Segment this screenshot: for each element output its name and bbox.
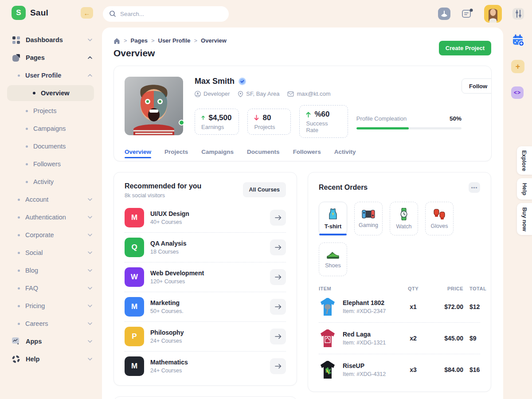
breadcrumb-user-profile[interactable]: User Profile xyxy=(158,37,191,44)
tab-overview[interactable]: Overview xyxy=(125,142,151,161)
code-button[interactable]: <> xyxy=(511,86,524,99)
gloves-icon xyxy=(433,208,446,220)
sidebar-item-careers[interactable]: Careers xyxy=(0,315,101,332)
explore-tab[interactable]: Explore xyxy=(517,146,532,175)
list-item[interactable]: W Web Development 120+ Courses xyxy=(125,262,286,292)
category-gaming[interactable]: Gaming xyxy=(354,202,383,235)
course-title: QA Analysis xyxy=(150,240,186,247)
follow-button[interactable]: Follow xyxy=(462,78,492,94)
table-row[interactable]: Red Laga Item: #XDG-1321 x2 $45.00 $9 xyxy=(319,322,480,354)
table-row[interactable]: Elephant 1802 Item: #XDG-2347 x1 $72.00 … xyxy=(319,291,480,322)
logo-row: S Saul ← xyxy=(0,0,101,26)
trend-up-icon xyxy=(306,112,311,117)
sidebar-item-corporate[interactable]: Corporate xyxy=(0,226,101,244)
sidebar-item-pricing[interactable]: Pricing xyxy=(0,297,101,315)
table-row[interactable]: RiseUP Item: #XDG-4312 x3 $84.00 $16 xyxy=(319,354,480,385)
sidebar-collapse-button[interactable]: ← xyxy=(81,7,93,19)
course-title: Philosophy xyxy=(150,329,184,336)
search-bar[interactable] xyxy=(103,6,229,22)
list-item[interactable]: M UI/UX Design 40+ Courses xyxy=(125,203,286,232)
watch-icon xyxy=(400,208,408,220)
tab-activity[interactable]: Activity xyxy=(334,142,356,161)
arrow-right-icon xyxy=(275,215,282,220)
sidebar-item-campaigns[interactable]: Campaigns xyxy=(0,120,101,137)
tab-followers[interactable]: Followers xyxy=(293,142,321,161)
tab-campaigns[interactable]: Campaigns xyxy=(201,142,234,161)
category-gloves[interactable]: Gloves xyxy=(425,202,454,235)
create-project-button[interactable]: Create Project xyxy=(439,41,491,55)
settings-sliders-button[interactable] xyxy=(512,8,524,20)
stat-projects: 80 Projects xyxy=(247,109,291,135)
tab-projects[interactable]: Projects xyxy=(164,142,188,161)
home-icon[interactable] xyxy=(113,38,120,44)
bullet-icon xyxy=(18,305,20,307)
messages-button[interactable] xyxy=(461,8,473,20)
sidebar-item-account[interactable]: Account xyxy=(0,191,101,208)
sidebar-item-faq[interactable]: FAQ xyxy=(0,279,101,297)
sidebar-item-authentication[interactable]: Authentication xyxy=(0,208,101,226)
order-total: $16 xyxy=(463,366,491,373)
sidebar-item-help[interactable]: Help xyxy=(0,350,101,368)
list-item[interactable]: Q QA Analysis 18 Courses xyxy=(125,232,286,262)
profile-card: Max Smith Developer SF, Bay Area xyxy=(113,66,492,161)
theme-toggle-button[interactable] xyxy=(438,8,450,20)
order-price: $84.00 xyxy=(426,366,463,373)
bullet-icon xyxy=(26,128,28,130)
arrow-right-button[interactable] xyxy=(270,239,286,255)
tab-documents[interactable]: Documents xyxy=(247,142,280,161)
sidebar-item-blog[interactable]: Blog xyxy=(0,262,101,279)
sidebar-item-user-profile[interactable]: User Profile xyxy=(0,66,101,84)
arrow-right-button[interactable] xyxy=(270,329,286,344)
course-title: Mathematics xyxy=(150,359,188,366)
order-qty: x1 xyxy=(400,303,426,310)
sidebar-item-social[interactable]: Social xyxy=(0,244,101,262)
bullet-icon xyxy=(26,163,28,165)
sidebar-item-overview[interactable]: Overview xyxy=(7,85,94,101)
buy-now-tab[interactable]: Buy now xyxy=(517,203,532,235)
order-name: Red Laga xyxy=(343,331,386,338)
leading-teams-card: Lading Teams 8k social visitors Abstergo… xyxy=(113,396,297,399)
course-count: 40+ Courses xyxy=(150,219,189,225)
breadcrumb-pages[interactable]: Pages xyxy=(131,37,148,44)
right-rail: + <> Explore Help Buy now xyxy=(503,27,532,399)
sidebar-item-documents[interactable]: Documents xyxy=(0,137,101,155)
course-list: M UI/UX Design 40+ Courses Q QA Analysis xyxy=(125,203,286,381)
help-tab[interactable]: Help xyxy=(517,178,532,200)
arrow-right-button[interactable] xyxy=(270,269,286,285)
app-root: S Saul ← Dashboards Pages User xyxy=(0,0,532,399)
orders-table: ITEM QTY PRICE TOTAL Elephant 1802 Item:… xyxy=(319,286,480,385)
arrow-right-icon xyxy=(275,245,282,250)
course-count: 24+ Courses xyxy=(150,368,188,374)
arrow-right-button[interactable] xyxy=(270,210,286,226)
all-courses-button[interactable]: All Courses xyxy=(243,182,286,197)
search-input[interactable] xyxy=(120,11,223,17)
sidebar-item-activity[interactable]: Activity xyxy=(0,173,101,191)
sidebar-item-dashboards[interactable]: Dashboards xyxy=(0,31,101,49)
breadcrumb-overview[interactable]: Overview xyxy=(201,37,227,44)
sidebar-item-label: Authentication xyxy=(25,214,66,221)
user-avatar[interactable] xyxy=(484,5,502,23)
category-shoes[interactable]: Shoes xyxy=(319,243,347,276)
add-button[interactable]: + xyxy=(511,60,524,73)
recommended-card: Recommended for you 8k social visitors A… xyxy=(113,172,297,386)
sidebar-nav: Dashboards Pages User Profile Overview xyxy=(0,26,101,368)
bullet-icon xyxy=(26,110,28,112)
chevron-down-icon xyxy=(88,198,92,201)
sidebar-item-pages[interactable]: Pages xyxy=(0,49,101,66)
calendar-add-button[interactable] xyxy=(511,33,525,47)
mail-icon xyxy=(287,91,294,97)
completion-progress-track xyxy=(356,127,462,129)
orders-more-button[interactable]: ••• xyxy=(469,182,480,193)
arrow-right-button[interactable] xyxy=(270,299,286,315)
category-tshirt[interactable]: T-shirt xyxy=(319,202,347,235)
topbar xyxy=(101,0,532,27)
list-item[interactable]: P Philosophy 24+ Courses xyxy=(125,321,286,351)
list-item[interactable]: M Marketing 50+ Courses. xyxy=(125,292,286,321)
sidebar-item-followers[interactable]: Followers xyxy=(0,155,101,173)
sidebar-item-projects[interactable]: Projects xyxy=(0,102,101,120)
sidebar-item-apps[interactable]: Apps xyxy=(0,332,101,350)
sidebar: S Saul ← Dashboards Pages User xyxy=(0,0,101,399)
category-watch[interactable]: Watch xyxy=(390,202,418,235)
list-item[interactable]: M Mathematics 24+ Courses xyxy=(125,351,286,381)
arrow-right-button[interactable] xyxy=(270,358,286,374)
